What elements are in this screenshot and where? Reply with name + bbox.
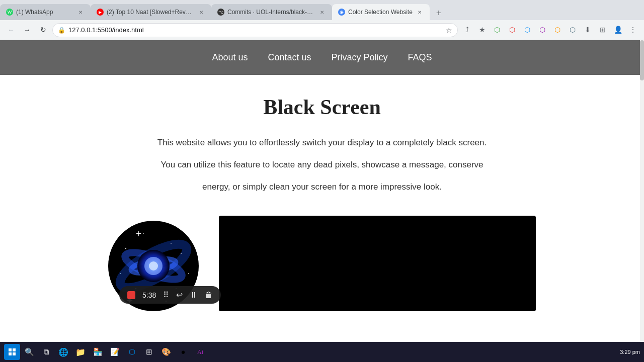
tab-bar: W (1) WhatsApp ✕ ▶ (2) Top 10 Naat [Slow… [0,0,644,20]
back-button[interactable]: ← [4,23,18,37]
chrome-icon[interactable]: ● [175,344,191,360]
color-selection-favicon: ◉ [338,9,345,16]
grid-button[interactable]: ⠿ [163,290,169,300]
bookmark-icon[interactable]: ☆ [446,26,452,34]
reload-button[interactable]: ↻ [36,23,50,37]
pause-button[interactable]: ⏸ [190,291,198,300]
menu-icon[interactable]: ⋮ [626,23,640,37]
address-lock-icon: 🔒 [58,27,65,34]
svg-point-7 [125,248,126,249]
description-line-1: This website allows you to effortlessly … [10,134,634,151]
toolbar-actions: ⤴ ★ ⬡ ⬡ ⬡ ⬡ ⬡ ⬡ ⬇ ⊞ 👤 ⋮ [460,23,640,37]
nav-faqs[interactable]: FAQS [408,52,432,63]
record-indicator [127,291,135,299]
tab-whatsapp-close[interactable]: ✕ [76,8,85,16]
extension4-icon[interactable]: ⬡ [535,23,549,37]
store-icon[interactable]: 🏪 [90,344,106,360]
youtube-favicon: ▶ [97,9,104,16]
svg-point-14 [143,233,144,234]
nav-privacy-policy[interactable]: Privacy Policy [332,52,388,63]
svg-rect-16 [9,348,12,351]
browser-window: W (1) WhatsApp ✕ ▶ (2) Top 10 Naat [Slow… [0,0,644,362]
profile-icon[interactable]: 👤 [611,23,625,37]
download-icon[interactable]: ⬇ [581,23,595,37]
search-taskbar-button[interactable]: 🔍 [21,344,37,360]
svg-rect-18 [9,352,12,355]
tab-youtube-close[interactable]: ✕ [197,8,205,16]
taskbar: 🔍 ⧉ 🌐 📁 🏪 📝 ⬡ ⊞ 🎨 ● Ai 3:29 pm [0,342,644,362]
tab-color-selection[interactable]: ◉ Color Selection Website ✕ [332,4,430,20]
nav-about-us[interactable]: About us [212,52,248,63]
svg-point-12 [120,273,121,274]
github-favicon: ⌥ [217,9,224,16]
svg-point-8 [181,253,182,254]
site-navigation: About us Contact us Privacy Policy FAQS [0,40,644,75]
site-main: Black Screen This website allows you to … [0,75,644,211]
extension5-icon[interactable]: ⬡ [550,23,565,37]
scrollbar[interactable] [640,40,644,362]
recording-toolbar: 5:38 ⠿ ↩ ⏸ 🗑 [119,286,221,304]
svg-rect-19 [13,352,16,355]
star-plus-tr: + [121,223,126,232]
file-explorer-icon[interactable]: 📁 [72,344,89,360]
share-icon[interactable]: ⤴ [460,23,474,37]
vscode-icon[interactable]: ⬡ [124,344,140,360]
svg-point-13 [188,273,189,274]
extension6-icon[interactable]: ⬡ [566,23,580,37]
description-line-2: You can utilize this feature to locate a… [10,156,634,173]
start-button[interactable] [4,344,20,360]
tab-youtube[interactable]: ▶ (2) Top 10 Naat [Slowed+Rever... ✕ [91,4,211,20]
page-title: Black Screen [10,95,634,119]
delete-button[interactable]: 🗑 [205,291,213,300]
content-area: About us Contact us Privacy Policy FAQS … [0,40,644,362]
whatsapp-favicon: W [6,9,13,16]
task-view-button[interactable]: ⧉ [38,344,54,360]
black-screen-section: + + [0,211,644,311]
tab-github-title: Commits · UOL-Interns/black-sc... [227,9,315,16]
forward-button[interactable]: → [20,23,34,37]
notepad-icon[interactable]: 📝 [107,344,123,360]
svg-rect-17 [13,348,16,351]
description-line-3: energy, or simply clean your screen for … [10,178,634,196]
ai-icon[interactable]: Ai [192,344,208,360]
address-bar[interactable]: 🔒 127.0.0.1:5500/index.html ☆ [52,23,458,37]
address-text: 127.0.0.1:5500/index.html [68,26,443,34]
paint-icon[interactable]: 🎨 [158,344,174,360]
new-tab-button[interactable]: + [432,6,446,20]
undo-button[interactable]: ↩ [176,290,183,300]
tab-whatsapp[interactable]: W (1) WhatsApp ✕ [0,4,91,20]
tab-whatsapp-title: (1) WhatsApp [16,9,73,16]
recording-time: 5:38 [142,291,156,299]
screen-section: + + [0,211,644,311]
terminal-icon[interactable]: ⊞ [141,344,157,360]
bookmark-star-icon[interactable]: ★ [475,23,489,37]
extension3-icon[interactable]: ⬡ [520,23,534,37]
nav-contact-us[interactable]: Contact us [268,52,311,63]
svg-point-11 [171,243,172,244]
svg-point-6 [149,261,158,270]
tab-github-close[interactable]: ✕ [318,8,326,16]
clock: 3:29 pm [620,349,640,355]
extension1-icon[interactable]: ⬡ [490,23,504,37]
grid-view-icon[interactable]: ⊞ [596,23,610,37]
tab-color-selection-close[interactable]: ✕ [416,8,424,16]
toolbar: ← → ↻ 🔒 127.0.0.1:5500/index.html ☆ ⤴ ★ … [0,20,644,40]
extension2-icon[interactable]: ⬡ [505,23,519,37]
tab-youtube-title: (2) Top 10 Naat [Slowed+Rever... [107,9,194,16]
taskbar-right: 3:29 pm [620,349,640,355]
star-plus-tl: + [136,228,141,240]
edge-browser-icon[interactable]: 🌐 [55,344,71,360]
tab-color-selection-title: Color Selection Website [348,9,413,16]
tab-github[interactable]: ⌥ Commits · UOL-Interns/black-sc... ✕ [211,4,332,20]
black-screen-preview[interactable] [219,216,536,311]
scrollbar-thumb[interactable] [640,40,644,80]
